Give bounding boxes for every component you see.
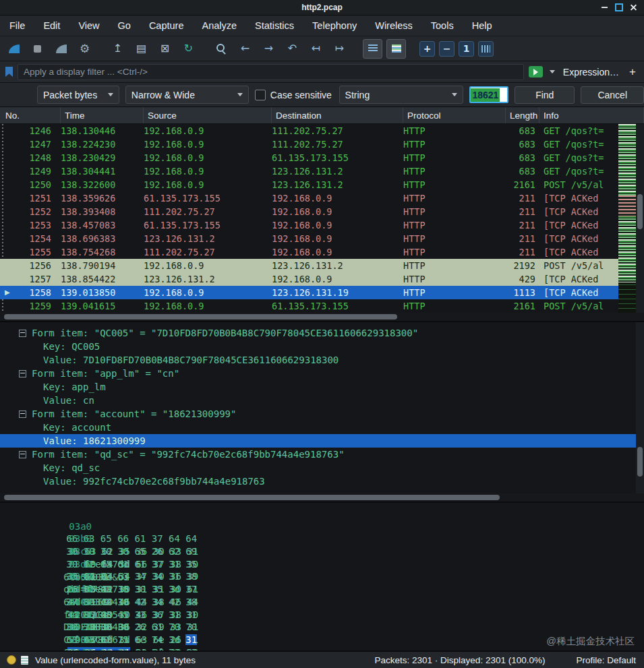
profile-text[interactable]: Profile: Default (576, 655, 636, 665)
column-header-destination[interactable]: Destination (272, 107, 403, 123)
scrollbar-handle[interactable] (637, 447, 643, 477)
save-file-icon[interactable]: ▤ (131, 39, 151, 59)
packet-row[interactable]: 1247 138.224230 192.168.0.9 111.202.75.2… (0, 138, 618, 151)
details-vscrollbar[interactable] (636, 322, 644, 493)
detail-row[interactable]: Form item: "QC005" = "7D10FD8FD70B0B4B8C… (0, 326, 644, 340)
zoom-in-icon[interactable]: + (419, 41, 435, 57)
restart-capture-icon[interactable] (51, 39, 71, 59)
bookmark-icon[interactable] (5, 67, 13, 77)
checkbox-icon[interactable] (255, 90, 266, 100)
detail-row[interactable]: Value: 7D10FD8FD70B0B4B8C790F78045CE3611… (0, 353, 644, 367)
capture-options-icon[interactable]: ⚙ (75, 39, 94, 59)
expert-info-icon[interactable] (7, 655, 16, 665)
go-first-packet-icon[interactable]: ↤ (306, 39, 326, 59)
apply-filter-button[interactable] (529, 66, 543, 78)
stop-capture-icon[interactable] (28, 39, 47, 59)
colorize-icon[interactable] (386, 39, 406, 59)
hex-row[interactable]: 03b0 30 30 30 30 65 26 62 69 71 69 64 3d… (0, 520, 644, 533)
go-forward-icon[interactable]: → (259, 39, 279, 59)
packet-row[interactable]: 1246 138.130446 192.168.0.9 111.202.75.2… (0, 124, 618, 138)
collapse-expander-icon[interactable] (19, 370, 26, 377)
display-filter-input[interactable]: Apply a display filter ... <Ctrl-/> (18, 64, 524, 80)
menu-item[interactable]: Help (472, 20, 492, 31)
add-filter-button[interactable]: + (629, 65, 636, 79)
reload-icon[interactable]: ↻ (179, 39, 198, 59)
detail-row[interactable]: Key: app_lm (0, 380, 644, 394)
detail-row[interactable]: Form item: "qd_sc" = "992fc74cb70e2c68f9… (0, 448, 644, 461)
go-last-packet-icon[interactable]: ↦ (330, 39, 349, 59)
packet-row[interactable]: 1248 138.230429 192.168.0.9 61.135.173.1… (0, 151, 618, 164)
find-button[interactable]: Find (515, 86, 575, 104)
find-input[interactable]: 18621 (469, 86, 508, 103)
scrollbar-handle[interactable] (637, 194, 643, 229)
zoom-out-icon[interactable]: − (439, 41, 455, 57)
packet-row[interactable]: 1250 138.322600 192.168.0.9 123.126.131.… (0, 178, 618, 191)
column-header-protocol[interactable]: Protocol (403, 107, 506, 123)
menu-item[interactable]: Statistics (255, 20, 294, 31)
maximize-icon[interactable] (612, 1, 626, 13)
menu-item[interactable]: Go (118, 20, 131, 31)
packet-row[interactable]: 1256 138.790194 192.168.0.9 123.126.131.… (0, 259, 618, 272)
collapse-expander-icon[interactable] (19, 330, 26, 337)
packet-list-hscrollbar[interactable] (0, 313, 644, 321)
go-back-icon[interactable]: ← (235, 39, 255, 59)
close-icon[interactable] (626, 1, 641, 13)
packet-row[interactable]: 1255 138.754268 111.202.75.27 192.168.0.… (0, 245, 618, 259)
scrollbar-handle[interactable] (4, 495, 500, 500)
column-header-no[interactable]: No. (0, 107, 61, 123)
menu-item[interactable]: Wireless (375, 20, 413, 31)
packet-row[interactable]: 1251 138.359626 61.135.173.155 192.168.0… (0, 191, 618, 205)
toolbar-separator[interactable] (410, 40, 415, 58)
open-file-icon[interactable]: ↥ (108, 39, 127, 59)
minimize-icon[interactable] (597, 1, 612, 13)
menu-item[interactable]: File (9, 20, 25, 31)
detail-row[interactable]: Key: qd_sc (0, 461, 644, 475)
resize-columns-icon[interactable] (478, 41, 494, 57)
scrollbar-handle[interactable] (4, 314, 397, 320)
toolbar-separator[interactable] (353, 40, 359, 58)
detail-row[interactable]: Value: 18621300999 (0, 434, 644, 448)
detail-row[interactable]: Key: account (0, 421, 644, 434)
column-header-length[interactable]: Length (506, 107, 539, 123)
collapse-expander-icon[interactable] (19, 451, 26, 458)
cancel-button[interactable]: Cancel (581, 86, 644, 104)
details-hscrollbar[interactable] (0, 493, 644, 502)
search-in-select[interactable]: Packet bytes (37, 86, 119, 104)
packet-row[interactable]: 1252 138.393408 111.202.75.27 192.168.0.… (0, 205, 618, 218)
menu-item[interactable]: Capture (149, 20, 184, 31)
go-to-packet-icon[interactable]: ↶ (283, 39, 302, 59)
toolbar-separator[interactable] (202, 40, 208, 58)
detail-row[interactable]: Value: 992fc74cb70e2c68f9bb744a4e918763 (0, 475, 644, 488)
menu-item[interactable]: Telephony (312, 20, 357, 31)
packet-row[interactable]: 1259 139.041615 192.168.0.9 61.135.173.1… (0, 299, 618, 313)
search-type-select[interactable]: String (339, 86, 464, 104)
menu-item[interactable]: Edit (43, 20, 60, 31)
detail-row[interactable]: Key: QC005 (0, 340, 644, 353)
packet-row[interactable]: 1253 138.457083 61.135.173.155 192.168.0… (0, 218, 618, 232)
packet-list-vscrollbar[interactable] (636, 124, 644, 313)
zoom-100-icon[interactable]: 1 (459, 41, 474, 57)
packet-row[interactable]: ▶ 1258 139.013850 192.168.0.9 123.126.13… (0, 286, 618, 299)
menu-item[interactable]: Analyze (202, 20, 237, 31)
close-file-icon[interactable]: ⊠ (155, 39, 175, 59)
expression-button[interactable]: Expression… (563, 67, 619, 78)
detail-row[interactable]: Form item: "account" = "18621300999" (0, 407, 644, 421)
start-capture-icon[interactable] (4, 39, 24, 59)
filter-dropdown-icon[interactable] (548, 70, 557, 73)
column-header-source[interactable]: Source (144, 107, 272, 123)
column-header-time[interactable]: Time (61, 107, 144, 123)
detail-row[interactable]: Form item: "app_lm" = "cn" (0, 367, 644, 380)
auto-scroll-icon[interactable] (363, 39, 382, 59)
detail-row[interactable]: Value: cn (0, 394, 644, 407)
intelligent-scrollbar-minimap[interactable] (618, 124, 636, 313)
find-packet-icon[interactable] (212, 39, 231, 59)
column-header-info[interactable]: Info (539, 107, 644, 123)
packet-row[interactable]: 1249 138.304441 192.168.0.9 123.126.131.… (0, 164, 618, 178)
capture-comment-icon[interactable] (21, 656, 28, 665)
hex-row[interactable]: 03a0 66 63 65 66 61 37 64 64 36 63 62 35… (0, 508, 644, 520)
packet-row[interactable]: 1254 138.696383 123.126.131.2 192.168.0.… (0, 232, 618, 245)
menu-item[interactable]: Tools (431, 20, 454, 31)
case-sensitive-checkbox[interactable]: Case sensitive (255, 90, 333, 100)
char-width-select[interactable]: Narrow & Wide (125, 86, 249, 104)
menu-item[interactable]: View (78, 20, 99, 31)
